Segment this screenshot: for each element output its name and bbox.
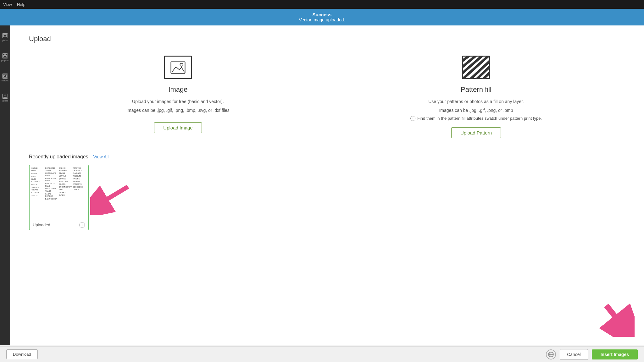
main-layout: plates projects images upload Upload [0,25,644,345]
upload-pattern-button[interactable]: Upload Pattern [451,127,501,138]
menu-view[interactable]: View [3,2,12,7]
svg-rect-0 [3,35,7,37]
pattern-upload-card: Pattern fill Use your patterns or photos… [382,56,570,138]
image-thumbnail[interactable]: SUGAROATSPASTARICENUTSCOCONUTFLOURSNACKS… [29,165,89,230]
success-title: Success [0,12,644,17]
thumbnail-status: Uploaded [33,222,50,227]
main-content: Upload Image Upload your images for free… [10,25,644,345]
pattern-card-title: Pattern fill [461,85,491,94]
thumbnail-info-icon[interactable]: i [79,222,85,228]
pink-arrow-1 [90,184,131,215]
menu-bar: View Help [0,0,644,9]
page-title: Upload [29,35,625,43]
svg-rect-6 [171,62,185,73]
projects-label: projects [1,59,9,62]
grocery-col-1: SUGAROATSPASTARICENUTSCOCONUTFLOURSNACKS… [31,167,45,200]
projects-icon [2,53,8,58]
image-card-icon [164,56,192,79]
grocery-grid: SUGAROATSPASTARICENUTSCOCONUTFLOURSNACKS… [31,167,86,200]
pattern-card-info: i Find them in the pattern fill attribut… [410,116,542,121]
svg-point-4 [4,75,5,76]
grocery-col-2: POWDERED SUGARCHOCOLATE CHIPSPLANTATION … [45,167,59,200]
images-icon [2,74,8,79]
download-button[interactable]: Download [6,349,38,359]
recently-title: Recently uploaded images [29,154,88,160]
upload-label: upload [2,100,8,102]
upload-cards: Image Upload your images for free (basic… [29,56,625,138]
plates-icon [2,33,8,38]
image-card-title: Image [168,85,187,94]
upload-icon [2,94,8,99]
view-all-link[interactable]: View All [93,154,109,159]
info-icon: i [410,116,415,121]
sidebar-item-projects[interactable]: projects [1,49,9,66]
images-label: images [2,80,9,82]
bottom-right-actions: Cancel Insert Images [546,349,638,360]
pattern-info-text: Find them in the pattern fill attributes… [417,116,542,121]
upload-image-button[interactable]: Upload Image [154,122,202,133]
image-card-desc2: Images can be .jpg, .gif, .png, .bmp, .s… [126,107,230,114]
svg-line-18 [97,187,128,206]
bottom-bar: Download Cancel Insert Images [0,346,644,362]
recently-header: Recently uploaded images View All [29,154,625,160]
grocery-col-4: TOASTED CASHEWSALMONDSWALNUTSRAISINSPECA… [73,167,86,200]
sidebar-item-plates[interactable]: plates [1,29,9,46]
grocery-col-3: BAKING POWDERBEANSLENTILSQUINOAPOPCORNCO… [59,167,73,200]
thumbnail-label: Uploaded i [30,220,88,230]
pattern-card-icon [462,56,490,79]
sidebar-item-upload[interactable]: upload [1,89,9,107]
image-card-desc1: Upload your images for free (basic and v… [132,98,224,105]
image-upload-card: Image Upload your images for free (basic… [84,56,272,133]
success-banner: Success Vector image uploaded. [0,9,644,25]
recently-uploaded-section: Recently uploaded images View All SUGARO… [29,154,625,232]
insert-images-button[interactable]: Insert Images [592,349,638,359]
pattern-card-desc2: Images can be .jpg, .gif, .png, or .bmp [439,107,513,114]
sidebar-item-images[interactable]: images [1,69,9,86]
svg-point-7 [180,63,183,66]
thumbnail-image: SUGAROATSPASTARICENUTSCOCONUTFLOURSNACKS… [30,165,88,220]
menu-help[interactable]: Help [17,2,25,7]
globe-icon[interactable] [546,349,556,359]
pattern-card-desc1: Use your patterns or photos as a fill on… [428,98,524,105]
success-message: Vector image uploaded. [0,17,644,22]
sidebar: plates projects images upload [0,25,10,345]
cancel-button[interactable]: Cancel [560,349,588,360]
plates-label: plates [2,39,8,42]
